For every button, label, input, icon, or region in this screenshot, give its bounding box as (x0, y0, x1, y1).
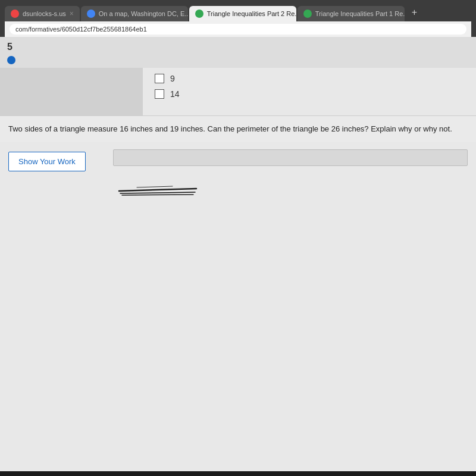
checkbox-14[interactable] (155, 89, 164, 99)
tab-dsunlocks[interactable]: dsunlocks-s.us × (5, 6, 80, 21)
answer-left-panel (0, 68, 143, 115)
tab-icon-tri1 (303, 10, 312, 18)
answer-choice-14-label: 14 (170, 89, 180, 99)
blue-dot-row (0, 55, 476, 68)
tab-label-tri2: Triangle Inequalities Part 2 Re... (207, 10, 296, 17)
answer-right-panel: 9 14 (143, 68, 476, 115)
checkbox-9[interactable] (155, 74, 164, 83)
question-number: 5 (0, 37, 476, 55)
answer-choice-9[interactable]: 9 (155, 74, 464, 83)
tab-bar: dsunlocks-s.us × G On a map, Washington … (5, 4, 471, 21)
blue-dot-indicator (7, 56, 15, 64)
tab-google[interactable]: G On a map, Washington DC, E... × (81, 6, 188, 21)
work-area: Show Your Work (0, 142, 476, 205)
answer-choices-area: 9 14 (0, 68, 476, 115)
page-content: 5 9 14 Two sides of a triangle measure 1… (0, 37, 476, 471)
tab-close-dsunlocks[interactable]: × (70, 10, 74, 18)
svg-line-3 (122, 195, 193, 195)
tab-tri1[interactable]: Triangle Inequalities Part 1 Re... × (298, 6, 405, 21)
tab-label-dsunlocks: dsunlocks-s.us (23, 10, 66, 17)
svg-text:G: G (87, 11, 92, 17)
tab-label-tri1: Triangle Inequalities Part 1 Re... (315, 10, 405, 17)
show-work-button[interactable]: Show Your Work (8, 152, 86, 171)
browser-chrome: dsunlocks-s.us × G On a map, Washington … (0, 0, 476, 37)
svg-line-4 (137, 186, 173, 187)
svg-line-2 (120, 192, 195, 193)
tab-icon-google: G (87, 10, 95, 18)
address-bar-row: com/formatives/6050d12cf7be255681864eb1 (5, 21, 471, 37)
drawing-area (113, 174, 208, 198)
tab-label-google: On a map, Washington DC, E... (99, 10, 188, 17)
question-text-area: Two sides of a triangle measure 16 inche… (0, 115, 476, 142)
new-tab-button[interactable]: + (406, 4, 423, 21)
answer-text-input[interactable] (113, 149, 468, 166)
address-bar[interactable]: com/formatives/6050d12cf7be255681864eb1 (10, 24, 466, 35)
tab-icon-dsunlocks (11, 10, 19, 18)
answer-input-area (113, 149, 468, 198)
answer-choice-9-label: 9 (170, 74, 175, 83)
scribble-svg (113, 174, 208, 198)
svg-line-1 (119, 189, 196, 191)
question-text: Two sides of a triangle measure 16 inche… (8, 124, 452, 133)
show-work-btn-container: Show Your Work (8, 149, 104, 198)
tab-icon-tri2 (195, 10, 203, 18)
answer-choice-14[interactable]: 14 (155, 89, 464, 99)
tab-tri2[interactable]: Triangle Inequalities Part 2 Re... × (189, 6, 296, 21)
